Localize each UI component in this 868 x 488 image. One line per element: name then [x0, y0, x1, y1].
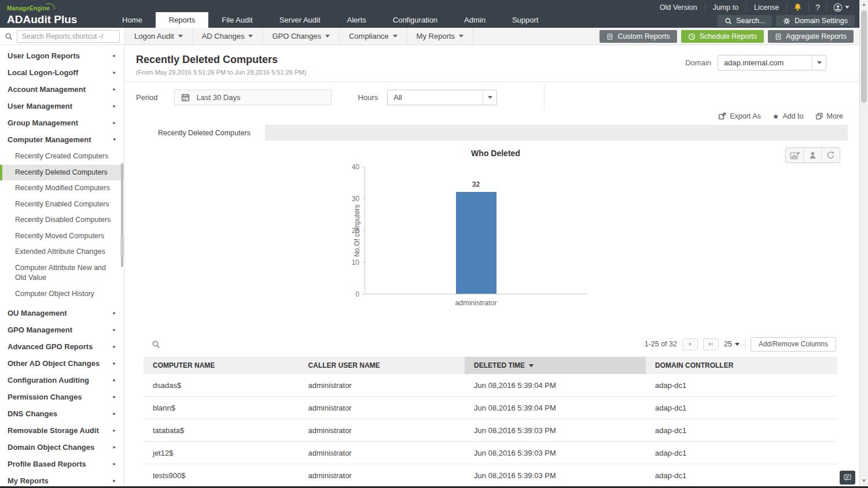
sidebar-item-recently-deleted-computers[interactable]: Recently Deleted Computers — [0, 165, 124, 181]
search-reports-input[interactable] — [17, 30, 120, 43]
domain-settings-button[interactable]: Domain Settings — [776, 15, 855, 27]
help-button[interactable]: ? — [809, 3, 827, 12]
column-header-label: COMPUTER NAME — [153, 361, 215, 369]
table-search-icon[interactable] — [152, 340, 160, 349]
app-logo[interactable]: ManageEngine ADAudit Plus — [7, 2, 77, 26]
column-header-domain-controller[interactable]: DOMAIN CONTROLLER — [646, 357, 837, 374]
schedule-reports-button[interactable]: Schedule Reports — [681, 30, 764, 43]
add-to-button[interactable]: ★ Add to — [773, 112, 804, 120]
notifications-button[interactable] — [787, 3, 809, 12]
nav-tab-configuration[interactable]: Configuration — [380, 12, 451, 28]
filter-row: Period Last 30 Days Hours All — [124, 82, 859, 112]
add-remove-columns-button[interactable]: Add/Remove Columns — [751, 337, 836, 352]
sidebar-item-user-management[interactable]: User Management▸ — [0, 98, 124, 114]
utility-link-license[interactable]: License — [746, 3, 787, 12]
scroll-down-icon[interactable]: ▼ — [860, 477, 868, 485]
sidebar-item-removable-storage-audit[interactable]: Removable Storage Audit▸ — [0, 422, 124, 439]
cell-deleted-time: Jun 08,2016 5:39:03 PM — [465, 442, 646, 464]
last-page-icon — [708, 341, 714, 347]
cell-domain-controller: adap-dc1 — [646, 442, 837, 464]
add-to-label: Add to — [782, 112, 803, 120]
column-header-computer-name[interactable]: COMPUTER NAME — [144, 357, 299, 374]
sidebar-item-domain-object-changes[interactable]: Domain Object Changes▸ — [0, 439, 124, 456]
sidebar-item-recently-disabled-computers[interactable]: Recently Disabled Computers — [0, 212, 124, 228]
sidebar-item-account-management[interactable]: Account Management▸ — [0, 81, 124, 98]
nav-tab-reports[interactable]: Reports — [156, 12, 209, 28]
sidebar-item-profile-based-reports[interactable]: Profile Based Reports▸ — [0, 456, 124, 472]
sort-desc-icon — [529, 364, 534, 367]
sidebar-item-group-management[interactable]: Group Management▸ — [0, 114, 124, 131]
nav-tab-file-audit[interactable]: File Audit — [208, 12, 266, 28]
sidebar-item-my-reports[interactable]: My Reports▸ — [0, 472, 124, 486]
column-header-caller-user-name[interactable]: CALLER USER NAME — [299, 357, 465, 374]
bell-icon — [793, 3, 802, 12]
sidebar-item-advanced-gpo-reports[interactable]: Advanced GPO Reports▸ — [0, 338, 124, 355]
custom-reports-button[interactable]: Custom Reports — [599, 30, 676, 43]
nav-tab-admin[interactable]: Admin — [451, 12, 499, 28]
sidebar-item-computer-attribute-new-and-old-value[interactable]: Computer Attribute New and Old Value — [0, 260, 124, 286]
menu-logon-audit[interactable]: Logon Audit — [125, 28, 193, 45]
sidebar-item-user-logon-reports[interactable]: User Logon Reports▸ — [0, 47, 124, 64]
report-icon — [775, 33, 782, 40]
utility-link-jump-to[interactable]: Jump to — [705, 3, 746, 12]
sidebar-item-other-ad-object-changes[interactable]: Other AD Object Changes▸ — [0, 355, 124, 372]
period-picker[interactable]: Last 30 Days — [174, 90, 332, 105]
menu-gpo-changes[interactable]: GPO Changes — [263, 28, 340, 45]
sidebar-item-recently-enabled-computers[interactable]: Recently Enabled Computers — [0, 197, 124, 213]
nav-tab-alerts[interactable]: Alerts — [334, 12, 380, 28]
nav-tab-home[interactable]: Home — [109, 12, 156, 28]
more-button[interactable]: More — [815, 112, 843, 120]
page-size-select[interactable]: 25 — [724, 340, 740, 348]
menu-compliance[interactable]: Compliance — [340, 28, 407, 45]
last-page-button[interactable] — [703, 338, 719, 350]
nav-tab-server-audit[interactable]: Server Audit — [266, 12, 334, 28]
y-tick-label: 30 — [352, 195, 359, 203]
sidebar-item-label: User Management — [8, 102, 72, 110]
sidebar-item-computer-object-history[interactable]: Computer Object History — [0, 286, 124, 302]
feedback-chat-button[interactable] — [840, 471, 855, 485]
scroll-up-icon[interactable]: ▲ — [860, 1, 868, 9]
sidebar-item-ou-management[interactable]: OU Management▸ — [0, 305, 124, 321]
utility-link-old-version[interactable]: Old Version — [652, 3, 705, 12]
page-scrollbar[interactable]: ▲ ▼ — [859, 0, 868, 488]
sidebar-item-recently-moved-computers[interactable]: Recently Moved Computers — [0, 228, 124, 245]
sidebar-item-label: Group Management — [8, 119, 78, 127]
x-category-label: administrator — [455, 299, 496, 307]
domain-select[interactable]: adap.internal.com — [718, 55, 826, 71]
sidebar-item-extended-attribute-changes[interactable]: Extended Attribute Changes — [0, 244, 124, 260]
sidebar-item-gpo-management[interactable]: GPO Management▸ — [0, 321, 124, 338]
table-header-row: COMPUTER NAMECALLER USER NAMEDELETED TIM… — [144, 357, 837, 374]
next-page-button[interactable] — [682, 338, 698, 350]
aggregate-reports-button[interactable]: Aggregate Reports — [768, 30, 854, 43]
hours-select[interactable]: All — [387, 90, 497, 105]
menu-ad-changes[interactable]: AD Changes — [193, 28, 263, 45]
sidebar-collapse-handle[interactable] — [120, 236, 124, 257]
sidebar-item-dns-changes[interactable]: DNS Changes▸ — [0, 405, 124, 422]
cell-computer-name: jet12$ — [144, 442, 299, 464]
scrollbar-thumb[interactable] — [861, 10, 867, 103]
calendar-icon — [181, 93, 190, 102]
sidebar-item-computer-management[interactable]: Computer Management▾ — [0, 131, 124, 148]
pagination: 1-25 of 32 25 Add/Remove Columns — [645, 337, 836, 352]
x-axis-line — [365, 294, 587, 294]
global-search-button[interactable]: Search... — [718, 15, 772, 27]
cell-caller-user-name: administrator — [299, 397, 465, 419]
sidebar-item-permission-changes[interactable]: Permission Changes▸ — [0, 389, 124, 405]
column-header-deleted-time[interactable]: DELETED TIME — [465, 357, 646, 374]
sidebar-item-label: Permission Changes — [8, 393, 82, 401]
user-menu-button[interactable] — [827, 3, 856, 12]
tab-recently-deleted-computers[interactable]: Recently Deleted Computers — [144, 125, 266, 141]
bar-administrator[interactable]: 32 — [456, 192, 496, 294]
menu-my-reports[interactable]: My Reports — [407, 28, 473, 45]
chevron-right-icon: ▸ — [113, 70, 116, 75]
sidebar-item-configuration-auditing[interactable]: Configuration Auditing▸ — [0, 372, 124, 389]
sidebar-item-local-logon-logoff[interactable]: Local Logon-Logoff▸ — [0, 64, 124, 81]
export-as-button[interactable]: Export As — [718, 112, 761, 120]
sidebar-item-recently-created-computers[interactable]: Recently Created Computers — [0, 149, 124, 165]
user-summary-button[interactable] — [804, 148, 822, 162]
refresh-chart-button[interactable] — [822, 148, 840, 162]
chevron-down-icon — [817, 61, 822, 64]
sidebar-item-recently-modified-computers[interactable]: Recently Modified Computers — [0, 180, 124, 197]
add-chart-button[interactable] — [786, 148, 804, 162]
nav-tab-support[interactable]: Support — [499, 12, 552, 28]
